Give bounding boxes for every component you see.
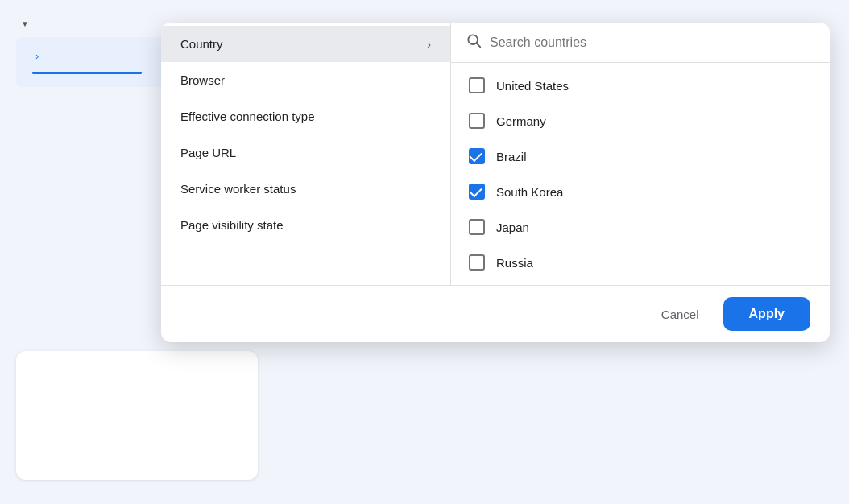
country-item[interactable]: United States [451,68,830,103]
country-item[interactable]: Brazil [451,138,830,174]
filter-left-panel: Country›BrowserEffective connection type… [161,23,451,285]
country-item[interactable]: Russia [451,245,830,280]
country-search-input[interactable] [490,35,815,50]
country-item[interactable]: South Korea [451,174,830,209]
country-name: Japan [496,221,529,234]
country-list: United StatesGermanyBrazilSouth KoreaJap… [451,63,830,285]
menu-item-label-connection: Effective connection type [180,109,315,123]
metric-card: › [16,37,185,87]
country-item[interactable]: Germany [451,103,830,138]
country-checkbox[interactable] [469,219,485,235]
metric-bar [32,72,142,74]
country-name: South Korea [496,185,563,199]
menu-item-country[interactable]: Country› [161,26,450,62]
svg-line-1 [477,43,481,48]
menu-item-label-service_worker: Service worker status [180,182,296,196]
apply-button[interactable]: Apply [723,297,810,331]
menu-item-label-page_visibility: Page visibility state [180,218,284,232]
menu-item-browser[interactable]: Browser [161,62,450,98]
menu-item-label-country: Country [180,37,223,51]
cancel-button[interactable]: Cancel [647,300,714,329]
filter-dropdown: Country›BrowserEffective connection type… [161,23,830,342]
bottom-card [16,351,258,480]
country-name: United States [496,79,569,93]
menu-item-label-page_url: Page URL [180,146,236,159]
metric-arrow-icon: › [35,50,39,62]
search-bar [451,23,830,63]
dropdown-footer: Cancel Apply [161,285,830,342]
country-checkbox[interactable] [469,184,485,200]
country-name: Germany [496,114,546,128]
menu-item-arrow-icon: › [427,38,431,51]
dropdown-main: Country›BrowserEffective connection type… [161,23,830,285]
country-checkbox[interactable] [469,113,485,129]
menu-item-service_worker[interactable]: Service worker status [161,171,450,207]
menu-item-page_url[interactable]: Page URL [161,134,450,171]
country-name: Brazil [496,150,527,163]
country-item[interactable]: Japan [451,209,830,245]
country-checkbox[interactable] [469,148,485,164]
menu-item-connection[interactable]: Effective connection type [161,98,450,134]
filter-right-panel: United StatesGermanyBrazilSouth KoreaJap… [451,23,830,285]
search-icon [466,32,482,52]
country-checkbox[interactable] [469,77,485,93]
chevron-down-icon: ▼ [21,19,29,28]
menu-item-label-browser: Browser [180,73,225,87]
country-checkbox[interactable] [469,254,485,271]
country-name: Russia [496,256,533,270]
menu-item-page_visibility[interactable]: Page visibility state [161,207,450,243]
